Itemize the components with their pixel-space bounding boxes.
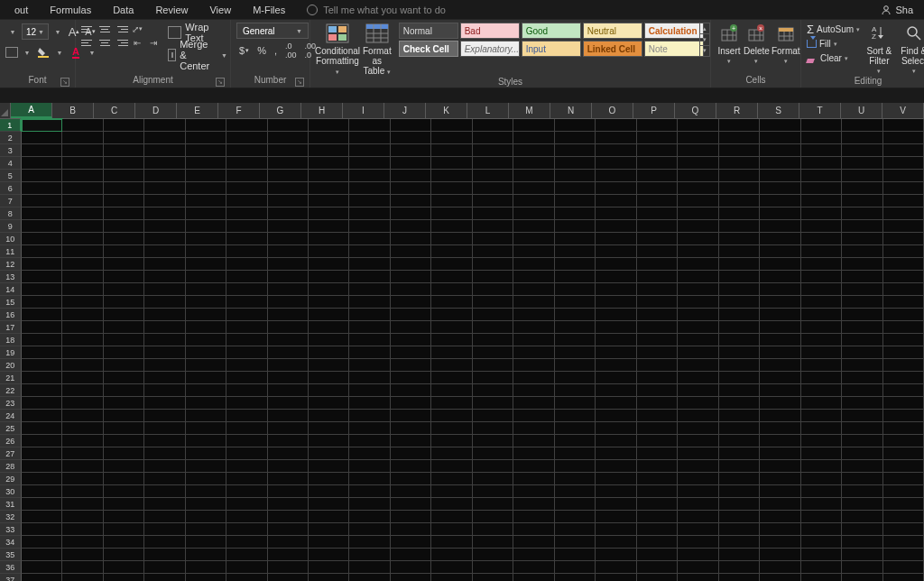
cell[interactable] xyxy=(309,359,349,372)
cell[interactable] xyxy=(104,473,144,485)
cell[interactable] xyxy=(719,157,760,170)
cell[interactable] xyxy=(144,536,185,549)
cell[interactable] xyxy=(226,485,267,498)
cell[interactable] xyxy=(391,195,431,208)
cell[interactable] xyxy=(883,460,924,473)
cell[interactable] xyxy=(678,195,718,208)
cell[interactable] xyxy=(104,372,144,384)
cell[interactable] xyxy=(186,309,226,321)
cell[interactable] xyxy=(431,195,472,208)
cell[interactable] xyxy=(226,271,267,283)
cell[interactable] xyxy=(226,132,267,144)
cell[interactable] xyxy=(473,561,513,574)
cell[interactable] xyxy=(801,574,842,581)
cell[interactable] xyxy=(842,208,882,220)
tab-mfiles[interactable]: M-Files xyxy=(242,2,296,18)
cell[interactable] xyxy=(268,460,309,473)
cell[interactable] xyxy=(268,372,309,384)
cell[interactable] xyxy=(801,321,842,334)
column-header-R[interactable]: R xyxy=(716,103,758,118)
cell[interactable] xyxy=(22,410,62,422)
cell[interactable] xyxy=(309,549,349,561)
cell[interactable] xyxy=(22,422,62,435)
cell[interactable] xyxy=(883,208,924,220)
cell[interactable] xyxy=(637,258,678,271)
cell[interactable] xyxy=(186,523,226,536)
font-dropdown-caret2[interactable]: ▼ xyxy=(51,24,65,39)
cell[interactable] xyxy=(144,170,185,182)
row-header-4[interactable]: 4 xyxy=(0,157,22,170)
cell[interactable] xyxy=(678,384,718,397)
cell[interactable] xyxy=(883,157,924,170)
cell[interactable] xyxy=(555,498,596,511)
cell[interactable] xyxy=(226,245,267,258)
align-left[interactable] xyxy=(81,36,96,49)
cell[interactable] xyxy=(431,536,472,549)
cell[interactable] xyxy=(719,170,760,182)
cell[interactable] xyxy=(309,473,349,485)
cell[interactable] xyxy=(678,334,718,346)
style-neutral[interactable]: Neutral xyxy=(583,23,642,39)
cell[interactable] xyxy=(268,220,309,233)
insert-button[interactable]: + Insert▾ xyxy=(716,23,742,65)
cell[interactable] xyxy=(801,334,842,346)
cell[interactable] xyxy=(842,447,882,460)
cell[interactable] xyxy=(268,397,309,410)
cell[interactable] xyxy=(186,410,226,422)
cell[interactable] xyxy=(513,511,554,523)
cell[interactable] xyxy=(186,574,226,581)
cell[interactable] xyxy=(309,258,349,271)
cell[interactable] xyxy=(349,485,390,498)
cell[interactable] xyxy=(555,574,596,581)
row-header-6[interactable]: 6 xyxy=(0,182,22,195)
cell[interactable] xyxy=(349,321,390,334)
cell[interactable] xyxy=(186,511,226,523)
align-bottom[interactable] xyxy=(114,23,128,35)
cell[interactable] xyxy=(883,195,924,208)
cell[interactable] xyxy=(760,435,800,447)
cell[interactable] xyxy=(62,208,103,220)
cell[interactable] xyxy=(760,321,800,334)
cell[interactable] xyxy=(678,485,718,498)
cell[interactable] xyxy=(391,498,431,511)
cell[interactable] xyxy=(104,208,144,220)
cell[interactable] xyxy=(719,346,760,359)
cell[interactable] xyxy=(186,144,226,157)
cell[interactable] xyxy=(883,359,924,372)
cell[interactable] xyxy=(719,511,760,523)
cell[interactable] xyxy=(22,574,62,581)
style-input[interactable]: Input xyxy=(522,41,581,57)
cell[interactable] xyxy=(883,309,924,321)
cell[interactable] xyxy=(678,549,718,561)
cell[interactable] xyxy=(144,132,185,144)
row-header-7[interactable]: 7 xyxy=(0,195,22,208)
cell[interactable] xyxy=(268,574,309,581)
cell[interactable] xyxy=(309,208,349,220)
format-button[interactable]: Format▾ xyxy=(772,23,800,65)
row-header-5[interactable]: 5 xyxy=(0,170,22,182)
cell[interactable] xyxy=(801,435,842,447)
tab-review[interactable]: Review xyxy=(144,2,199,18)
cell[interactable] xyxy=(226,119,267,132)
cell[interactable] xyxy=(431,334,472,346)
cell[interactable] xyxy=(637,245,678,258)
cell[interactable] xyxy=(637,372,678,384)
cell[interactable] xyxy=(144,460,185,473)
cell[interactable] xyxy=(473,511,513,523)
cell[interactable] xyxy=(760,410,800,422)
cell[interactable] xyxy=(62,549,103,561)
cell[interactable] xyxy=(513,561,554,574)
cell[interactable] xyxy=(431,498,472,511)
cell[interactable] xyxy=(226,220,267,233)
cell[interactable] xyxy=(678,561,718,574)
cell[interactable] xyxy=(431,574,472,581)
cell[interactable] xyxy=(309,283,349,296)
cell[interactable] xyxy=(842,523,882,536)
cell[interactable] xyxy=(268,309,309,321)
cell[interactable] xyxy=(719,574,760,581)
cell[interactable] xyxy=(842,170,882,182)
cell[interactable] xyxy=(473,574,513,581)
cell[interactable] xyxy=(268,157,309,170)
cell[interactable] xyxy=(883,422,924,435)
cell[interactable] xyxy=(226,549,267,561)
